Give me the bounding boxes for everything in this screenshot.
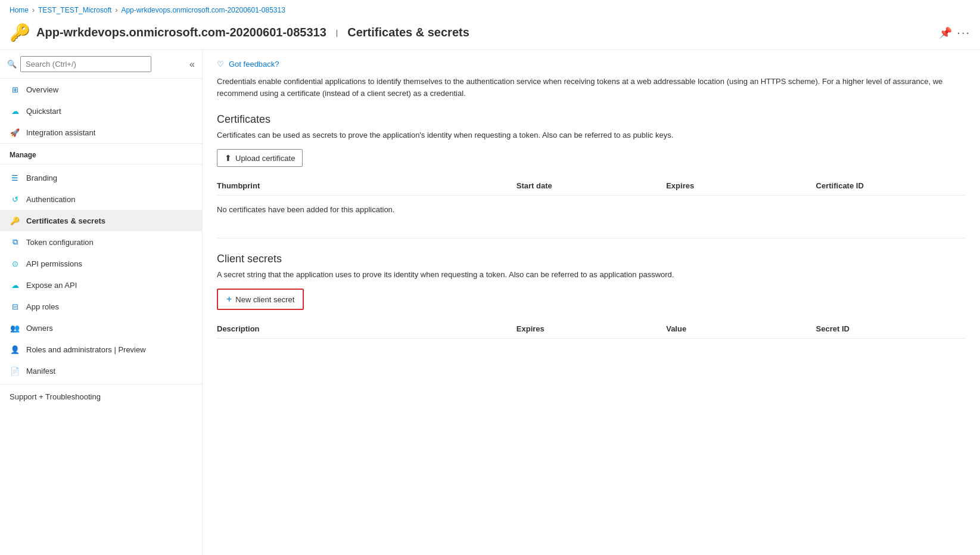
feedback-label: Got feedback? [229,60,279,69]
sidebar-item-integration[interactable]: 🚀 Integration assistant [0,122,202,143]
branding-icon: ☰ [10,172,20,183]
intro-text: Credentials enable confidential applicat… [217,76,966,99]
sidebar-item-quickstart[interactable]: ☁ Quickstart [0,100,202,122]
section-divider [217,238,966,238]
pin-icon[interactable]: 📌 [939,26,952,39]
main-content: ♡ Got feedback? Credentials enable confi… [203,50,980,555]
cert-col-startdate: Start date [517,181,666,190]
manage-label: Manage [0,143,202,162]
sidebar-label-api: API permissions [26,259,82,268]
breadcrumb: Home › TEST_TEST_Microsoft › App-wrkdevo… [0,0,980,20]
breadcrumb-home[interactable]: Home [10,6,29,14]
cert-col-thumbprint: Thumbprint [217,181,517,190]
sidebar-label-overview: Overview [26,85,58,94]
feedback-bar[interactable]: ♡ Got feedback? [217,60,966,69]
sidebar-label-branding: Branding [26,173,57,182]
sidebar-label-support: Support + Troubleshooting [10,392,101,401]
roles-icon: 👤 [10,344,20,355]
sidebar-label-expose: Expose an API [26,281,77,290]
quickstart-icon: ☁ [10,106,20,116]
search-input[interactable] [20,56,151,72]
token-icon: ⧉ [10,237,20,247]
expose-icon: ☁ [10,280,20,290]
sidebar-search-container: 🔍 « [0,50,202,79]
owners-icon: 👥 [10,323,20,333]
sidebar-item-api[interactable]: ⊙ API permissions [0,253,202,274]
sidebar-label-quickstart: Quickstart [26,107,61,116]
sidebar-label-roles: Roles and administrators | Preview [26,345,146,354]
sidebar-label-integration: Integration assistant [26,128,95,137]
authentication-icon: ↺ [10,194,20,204]
certificates-empty-message: No certificates have been added for this… [217,196,966,224]
cert-col-expires: Expires [666,181,816,190]
integration-icon: 🚀 [10,127,20,138]
breadcrumb-app[interactable]: App-wrkdevops.onmicrosoft.com-20200601-0… [121,6,285,14]
client-secrets-heading: Client secrets [217,253,966,265]
overview-icon: ⊞ [10,84,20,95]
page-title: Certificates & secrets [347,26,469,39]
sidebar-item-support[interactable]: Support + Troubleshooting [0,387,202,407]
sidebar-label-authentication: Authentication [26,195,75,204]
secret-col-value: Value [666,324,816,333]
sidebar-item-manifest[interactable]: 📄 Manifest [0,360,202,382]
sidebar: 🔍 « ⊞ Overview ☁ Quickstart 🚀 Integratio… [0,50,203,555]
sidebar-item-approles[interactable]: ⊟ App roles [0,296,202,317]
upload-certificate-button[interactable]: ⬆ Upload certificate [217,149,303,167]
api-icon: ⊙ [10,258,20,269]
certificates-desc: Certificates can be used as secrets to p… [217,131,966,139]
sidebar-item-certs[interactable]: 🔑 Certificates & secrets [0,210,202,231]
sidebar-item-branding[interactable]: ☰ Branding [0,167,202,188]
manage-divider [0,164,202,165]
certificates-table-header: Thumbprint Start date Expires Certificat… [217,176,966,196]
sidebar-item-roles[interactable]: 👤 Roles and administrators | Preview [0,339,202,360]
key-icon: 🔑 [10,23,30,42]
cert-col-id: Certificate ID [816,181,966,190]
support-divider [0,384,202,385]
secret-col-id: Secret ID [816,324,966,333]
sidebar-item-owners[interactable]: 👥 Owners [0,317,202,339]
sidebar-label-manifest: Manifest [26,367,55,376]
sidebar-label-token: Token configuration [26,238,94,247]
sidebar-label-certs: Certificates & secrets [26,216,105,225]
sidebar-item-overview[interactable]: ⊞ Overview [0,79,202,100]
new-client-secret-button[interactable]: + New client secret [217,289,304,310]
sidebar-item-authentication[interactable]: ↺ Authentication [0,188,202,210]
sidebar-item-expose[interactable]: ☁ Expose an API [0,274,202,296]
manifest-icon: 📄 [10,365,20,376]
approles-icon: ⊟ [10,301,20,312]
sidebar-label-approles: App roles [26,302,59,311]
sidebar-item-token[interactable]: ⧉ Token configuration [0,231,202,253]
breadcrumb-tenant[interactable]: TEST_TEST_Microsoft [38,6,111,14]
certs-icon: 🔑 [10,215,20,226]
secrets-table-header: Description Expires Value Secret ID [217,320,966,339]
header-actions: 📌 ··· [939,26,970,39]
secret-col-description: Description [217,324,517,333]
client-secrets-desc: A secret string that the application use… [217,270,966,279]
upload-icon: ⬆ [225,153,232,163]
sidebar-label-owners: Owners [26,324,53,333]
heart-icon: ♡ [217,60,224,69]
more-options-icon[interactable]: ··· [957,26,970,39]
collapse-sidebar-button[interactable]: « [189,59,195,70]
certificates-heading: Certificates [217,113,966,126]
secret-col-expires: Expires [517,324,666,333]
app-name-title: App-wrkdevops.onmicrosoft.com-20200601-0… [36,26,326,39]
search-icon: 🔍 [7,60,17,69]
plus-icon: + [226,294,232,305]
page-header: 🔑 App-wrkdevops.onmicrosoft.com-20200601… [0,20,980,50]
